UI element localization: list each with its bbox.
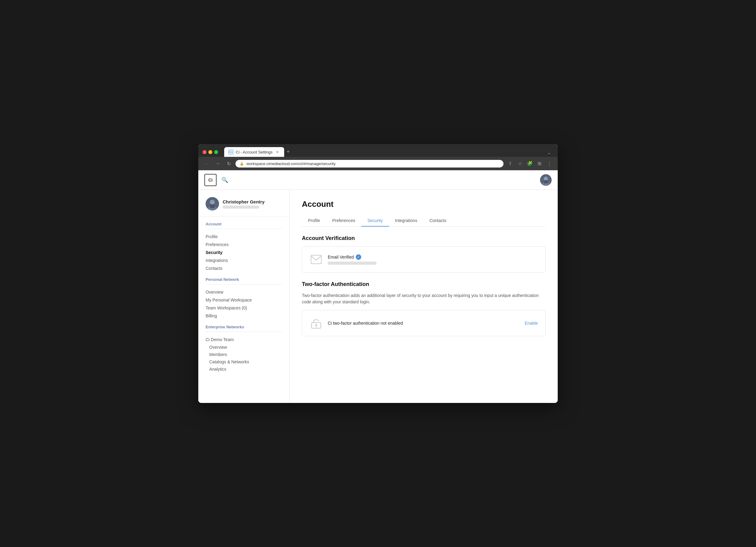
sidebar-account-section: Account Profile Preferences Security Int… <box>198 222 289 272</box>
sidebar-sublink-overview[interactable]: Overview <box>206 344 282 351</box>
sidebar-sublink-catalogs-networks[interactable]: Catalogs & Networks <box>206 358 282 365</box>
tab-close-button[interactable]: ✕ <box>275 150 280 154</box>
sidebar-account-title: Account <box>206 222 282 226</box>
sidebar-link-contacts[interactable]: Contacts <box>206 264 282 272</box>
url-display: workspace.cimediacloud.com/ci/#/manage/s… <box>246 161 499 166</box>
account-verification-title: Account Verification <box>302 235 546 242</box>
sidebar-personal-network-section: Personal Network Overview My Personal Wo… <box>198 277 289 320</box>
sidebar-link-security[interactable]: Security <box>206 249 282 256</box>
svg-point-1 <box>544 177 548 181</box>
app-container: Ci 🔍 <box>198 170 558 403</box>
sidebar-avatar <box>206 197 219 210</box>
tab-security[interactable]: Security <box>361 215 389 227</box>
more-menu-icon[interactable]: ⋮ <box>545 159 553 168</box>
app-logo[interactable]: Ci <box>204 174 217 186</box>
main-layout: Christopher Gentry Account Profile Prefe… <box>198 190 558 403</box>
sidebar-username: Christopher Gentry <box>223 199 265 204</box>
sidebar-enterprise-networks-section: Enterprise Networks Ci Demo Team Overvie… <box>198 325 289 373</box>
svg-rect-8 <box>311 255 321 264</box>
sidebar-sublink-analytics[interactable]: Analytics <box>206 365 282 373</box>
page-title: Account <box>302 199 546 209</box>
user-avatar-nav[interactable] <box>540 174 552 186</box>
sidebar-link-overview[interactable]: Overview <box>206 288 282 296</box>
verified-badge-icon: ✓ <box>356 254 361 260</box>
sidebar-user-subtitle <box>223 206 259 209</box>
lock-open-icon <box>309 316 323 330</box>
forward-button[interactable]: → <box>214 159 222 168</box>
two-factor-title: Two-factor Authentication <box>302 281 546 288</box>
email-icon <box>309 253 323 266</box>
browser-window: Ci Ci - Account Settings ✕ + ⌄ ← → ↻ 🔒 w… <box>198 144 558 403</box>
active-tab[interactable]: Ci Ci - Account Settings ✕ <box>224 147 284 157</box>
browser-titlebar: Ci Ci - Account Settings ✕ + ⌄ <box>198 144 558 157</box>
extensions-icon[interactable]: 🧩 <box>525 159 534 168</box>
tab-contacts[interactable]: Contacts <box>423 215 452 227</box>
sidebar-link-integrations[interactable]: Integrations <box>206 256 282 264</box>
back-button[interactable]: ← <box>203 159 211 168</box>
share-icon[interactable]: ⇧ <box>506 159 514 168</box>
lock-icon: 🔒 <box>240 162 244 166</box>
enable-two-factor-button[interactable]: Enable <box>525 321 538 326</box>
toolbar-actions: ⇧ ☆ 🧩 ⊞ ⋮ <box>506 159 553 168</box>
search-button[interactable]: 🔍 <box>221 177 228 183</box>
browser-tabs: Ci Ci - Account Settings ✕ + ⌄ <box>224 147 553 157</box>
email-verified-content: Email Verified ✓ <box>328 254 538 265</box>
browser-toolbar: ← → ↻ 🔒 workspace.cimediacloud.com/ci/#/… <box>198 157 558 170</box>
address-bar[interactable]: 🔒 workspace.cimediacloud.com/ci/#/manage… <box>235 160 503 168</box>
two-factor-status-label: Ci two-factor authentication not enabled <box>328 321 520 326</box>
svg-rect-3 <box>544 180 548 183</box>
fullscreen-button[interactable] <box>214 150 218 154</box>
two-factor-description: Two-factor authentication adds an additi… <box>302 292 546 305</box>
minimize-button[interactable] <box>208 150 212 154</box>
top-nav: Ci 🔍 <box>198 170 558 190</box>
tabs: Profile Preferences Security Integration… <box>302 215 546 227</box>
svg-rect-7 <box>210 204 215 208</box>
tab-favicon: Ci <box>228 150 233 154</box>
tab-menu-button[interactable]: ⌄ <box>545 149 553 156</box>
two-factor-card: Ci two-factor authentication not enabled… <box>302 310 546 336</box>
sidebar-link-billing[interactable]: Billing <box>206 312 282 320</box>
sidebar-sublink-members[interactable]: Members <box>206 351 282 358</box>
tab-integrations[interactable]: Integrations <box>389 215 423 227</box>
email-address-placeholder <box>328 262 376 265</box>
sidebar: Christopher Gentry Account Profile Prefe… <box>198 190 290 403</box>
content-area: Account Profile Preferences Security Int… <box>290 190 558 403</box>
sidebar-link-preferences[interactable]: Preferences <box>206 241 282 249</box>
sidebar-link-personal-workspace[interactable]: My Personal Workspace <box>206 296 282 304</box>
sidebar-personal-network-title: Personal Network <box>206 277 282 282</box>
reload-button[interactable]: ↻ <box>224 159 233 168</box>
traffic-lights <box>203 150 218 154</box>
new-tab-button[interactable]: + <box>284 147 292 156</box>
tab-profile[interactable]: Profile <box>302 215 326 227</box>
close-button[interactable] <box>203 150 207 154</box>
sidebar-link-ci-demo-team[interactable]: Ci Demo Team <box>206 336 282 344</box>
grid-icon[interactable]: ⊞ <box>535 159 544 168</box>
tab-preferences[interactable]: Preferences <box>326 215 361 227</box>
two-factor-status-content: Ci two-factor authentication not enabled <box>328 321 520 326</box>
email-verified-title: Email Verified ✓ <box>328 254 538 260</box>
sidebar-link-profile[interactable]: Profile <box>206 233 282 241</box>
tab-title: Ci - Account Settings <box>236 150 273 154</box>
svg-point-5 <box>210 200 215 205</box>
email-verified-card: Email Verified ✓ <box>302 246 546 273</box>
sidebar-enterprise-networks-title: Enterprise Networks <box>206 325 282 329</box>
sidebar-link-team-workspaces[interactable]: Team Workspaces (0) <box>206 304 282 312</box>
sidebar-user: Christopher Gentry <box>198 197 289 217</box>
bookmark-icon[interactable]: ☆ <box>516 159 524 168</box>
